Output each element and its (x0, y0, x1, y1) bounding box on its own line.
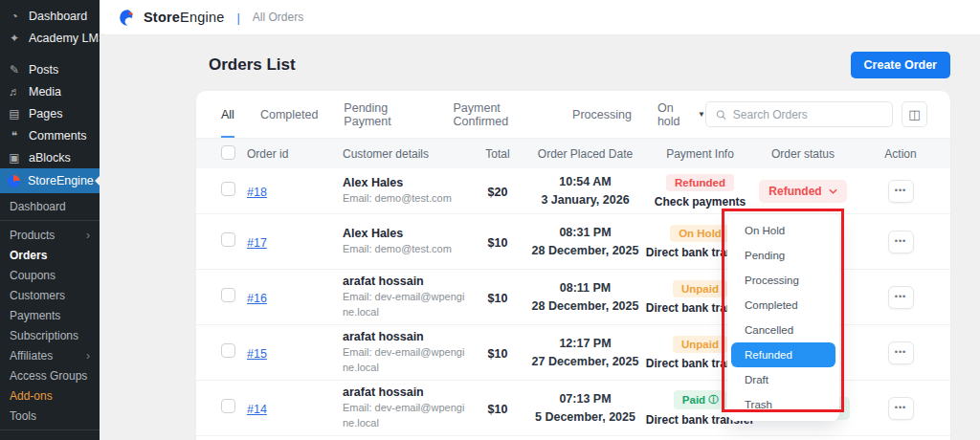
row-actions-button[interactable]: ••• (888, 341, 914, 364)
dropdown-option-completed[interactable]: Completed (731, 293, 835, 318)
status-tabs: All Completed Pending Payment Payment Co… (221, 91, 705, 138)
payment-method: Check payments (655, 195, 746, 209)
submenu-item-orders[interactable]: Orders (0, 245, 100, 265)
order-total: $10 (488, 403, 508, 416)
row-checkbox[interactable] (221, 343, 235, 358)
sidebar-item-comments[interactable]: ❝ Comments (0, 124, 100, 146)
col-customer-details: Customer details (336, 147, 470, 161)
customer-email: Email: dev-email@wpengine.local (343, 345, 470, 376)
customer-email: Email: dev-email@wpengine.local (343, 290, 470, 320)
dashboard-icon: ◔ (8, 10, 21, 23)
sidebar-item-media[interactable]: ♬ Media (0, 80, 100, 102)
filters-bar: All Completed Pending Payment Payment Co… (196, 91, 950, 139)
ellipsis-icon: ••• (895, 186, 906, 195)
brand-light: Engine (180, 10, 224, 25)
dropdown-option-trash[interactable]: Trash (731, 392, 835, 417)
sidebar-item-pages[interactable]: ▤ Pages (0, 102, 100, 124)
brand-divider: | (236, 11, 239, 25)
sidebar-item-label: Dashboard (29, 10, 87, 23)
sidebar-item-storeengine[interactable]: StoreEngine (0, 168, 100, 193)
order-id-link[interactable]: #15 (247, 347, 267, 361)
order-id-link[interactable]: #14 (247, 403, 267, 416)
columns-icon: ◫ (908, 108, 920, 121)
tab-on-hold[interactable]: On hold ▼ (657, 91, 705, 138)
dropdown-option-cancelled[interactable]: Cancelled (731, 318, 835, 342)
sidebar-item-dashboard[interactable]: ◔ Dashboard (0, 5, 100, 27)
submenu-item-dashboard[interactable]: Dashboard (0, 196, 100, 216)
dropdown-option-on-hold[interactable]: On Hold (731, 218, 835, 243)
row-checkbox[interactable] (221, 288, 235, 302)
columns-toggle-button[interactable]: ◫ (902, 101, 927, 127)
sidebar-item-posts[interactable]: ✎ Posts (0, 58, 100, 80)
orders-page: ◔ Dashboard ✦ Academy LMS ✎ Posts ♬ Medi… (0, 0, 980, 440)
sidebar-item-label: aBlocks (29, 151, 71, 165)
tab-processing[interactable]: Processing (572, 91, 632, 138)
dropdown-option-processing[interactable]: Processing (731, 268, 835, 293)
payment-status-badge: On Hold (670, 225, 730, 242)
submenu-item-products[interactable]: Products › (0, 225, 100, 245)
breadcrumb: All Orders (253, 11, 303, 24)
ellipsis-icon: ••• (895, 347, 906, 357)
tab-all[interactable]: All (221, 91, 234, 138)
row-checkbox[interactable] (221, 182, 235, 196)
sidebar-item-label: Academy LMS (29, 32, 106, 45)
col-order-status: Order status (755, 147, 851, 161)
select-all-checkbox[interactable] (221, 145, 235, 160)
customer-email: Email: demo@test.com (343, 242, 470, 257)
submenu-item-payments[interactable]: Payments (0, 305, 100, 325)
sidebar-item-label: Media (29, 85, 61, 99)
dropdown-option-pending[interactable]: Pending (731, 243, 835, 268)
graduation-cap-icon: ✦ (8, 32, 21, 45)
caret-down-icon: ▼ (698, 110, 705, 119)
row-actions-button[interactable]: ••• (888, 231, 914, 253)
dropdown-option-draft[interactable]: Draft (731, 367, 835, 392)
page-header: Orders List Create Order (196, 51, 950, 79)
payment-status-badge: Unpaid (673, 336, 727, 353)
ellipsis-icon: ••• (895, 236, 906, 246)
create-order-button[interactable]: Create Order (851, 52, 950, 78)
tab-payment-confirmed[interactable]: Payment Confirmed (454, 91, 547, 138)
submenu-item-webhooks[interactable]: WebHooks (0, 434, 100, 440)
order-total: $10 (488, 236, 508, 250)
customer-email: Email: demo@test.com (343, 191, 470, 207)
submenu-item-access-groups[interactable]: Access Groups (0, 365, 100, 385)
pin-icon: ✎ (8, 63, 21, 77)
page-title: Orders List (196, 55, 296, 75)
submenu-item-tools[interactable]: Tools (0, 406, 100, 426)
submenu-item-add-ons[interactable]: Add-ons (0, 385, 100, 406)
row-actions-button[interactable]: ••• (888, 286, 914, 309)
info-icon[interactable]: ⓘ (708, 393, 718, 407)
sidebar-item-academy-lms[interactable]: ✦ Academy LMS (0, 27, 100, 49)
search-box[interactable] (705, 101, 893, 127)
order-id-link[interactable]: #18 (247, 186, 267, 199)
row-actions-button[interactable]: ••• (888, 180, 914, 203)
submenu-item-subscriptions[interactable]: Subscriptions (0, 325, 100, 345)
row-checkbox[interactable] (221, 399, 235, 413)
submenu-item-customers[interactable]: Customers (0, 285, 100, 305)
tab-completed[interactable]: Completed (260, 91, 318, 138)
submenu-item-affiliates[interactable]: Affiliates › (0, 345, 100, 365)
order-time: 08:31 PM (525, 224, 645, 242)
sidebar-item-ablocks[interactable]: ▣ aBlocks (0, 146, 100, 168)
order-status-select[interactable]: Refunded (759, 180, 846, 203)
search-input[interactable] (733, 108, 882, 121)
submenu-divider (0, 220, 100, 221)
tab-pending-payment[interactable]: Pending Payment (344, 91, 427, 138)
payment-status-badge: Paid ⓘ (674, 390, 726, 409)
order-date: 28 December, 2025 (525, 297, 645, 316)
chevron-down-icon (829, 188, 837, 194)
row-checkbox[interactable] (221, 232, 235, 247)
pages-icon: ▤ (8, 107, 21, 121)
storeengine-logo-icon (119, 9, 137, 27)
customer-email: Email: dev-email@wpengine.local (343, 401, 470, 431)
col-order-placed-date: Order Placed Date (525, 147, 645, 161)
dropdown-option-refunded[interactable]: Refunded (731, 342, 835, 367)
submenu-divider (0, 429, 100, 430)
col-order-id: Order id (240, 147, 336, 161)
sidebar-separator (0, 49, 100, 58)
order-id-link[interactable]: #16 (247, 292, 267, 305)
submenu-item-coupons[interactable]: Coupons (0, 265, 100, 285)
order-id-link[interactable]: #17 (247, 236, 267, 250)
search-icon (716, 109, 726, 121)
row-actions-button[interactable]: ••• (888, 397, 914, 420)
